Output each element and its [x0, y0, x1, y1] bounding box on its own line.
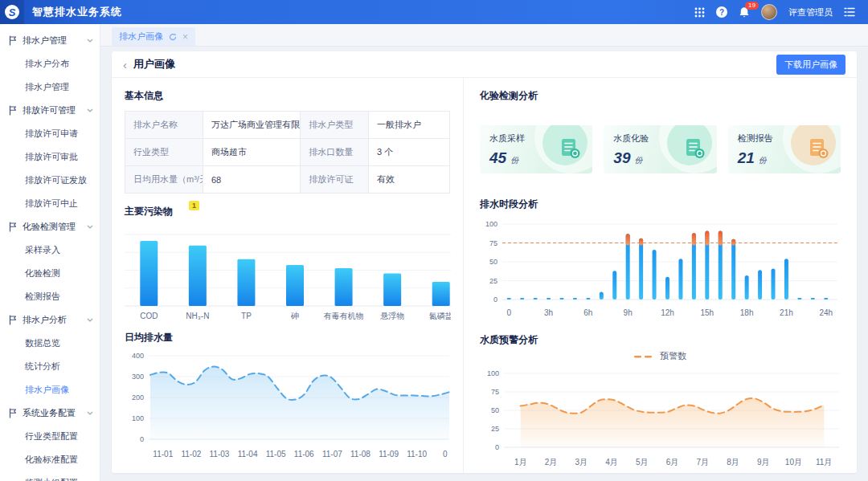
sidebar-group[interactable]: 系统业务配置 [0, 402, 100, 425]
section-title-warning: 水质预警分析 [480, 333, 841, 347]
svg-text:50: 50 [491, 406, 499, 414]
sidebar-group[interactable]: 排放许可管理 [0, 99, 100, 122]
svg-text:100: 100 [487, 369, 499, 377]
svg-text:300: 300 [132, 373, 144, 381]
lab-card[interactable]: 水质化验39份 [604, 125, 716, 173]
sidebar: 排水户管理排水户分布排水户管理排放许可管理排放许可申请排放许可审批排放许可证发放… [0, 24, 100, 481]
sidebar-item[interactable]: 采样录入 [0, 238, 100, 262]
sidebar-group[interactable]: 排水户管理 [0, 29, 100, 52]
menu-list-icon[interactable] [844, 7, 855, 17]
download-portrait-button[interactable]: 下载用户画像 [776, 55, 845, 75]
svg-text:100: 100 [132, 414, 144, 422]
svg-text:11-03: 11-03 [210, 450, 230, 459]
sidebar-item[interactable]: 排放许可证发放 [0, 169, 100, 192]
info-label: 排水户类型 [301, 112, 369, 139]
pollutants-count-badge: 1 [189, 201, 199, 210]
svg-text:0: 0 [495, 443, 499, 451]
info-label: 排放许可证 [301, 166, 369, 194]
info-value: 万达广场商业管理有限公司 [203, 112, 300, 139]
svg-text:25: 25 [491, 425, 499, 433]
right-column: 化验检测分析 水质采样45份水质化验39份检测报告21份 排水时段分析 0255… [464, 78, 857, 473]
sidebar-item[interactable]: 检测报告 [0, 285, 100, 308]
sidebar-item[interactable]: 排放许可中止 [0, 192, 100, 215]
sidebar-group[interactable]: 排水户分析 [0, 308, 100, 332]
sidebar-group-label: 排水户管理 [23, 35, 82, 47]
top-header: S 智慧排水业务系统 ? 19 评查管理员 [0, 0, 868, 24]
sidebar-item[interactable]: 排水户分布 [0, 52, 100, 75]
info-value: 有效 [368, 166, 449, 194]
report-stack-icon [558, 137, 582, 161]
svg-text:有毒有机物: 有毒有机物 [324, 312, 364, 320]
sidebar-item[interactable]: 排水户管理 [0, 75, 100, 99]
info-value: 3 个 [368, 139, 449, 166]
tab-label: 排水户画像 [119, 31, 163, 43]
svg-text:0: 0 [506, 308, 511, 317]
sidebar-item[interactable]: 监测小组配置 [0, 471, 100, 481]
logo-icon: S [5, 5, 19, 19]
time-analysis-bar-chart: 025507510003h6h9h12h15h18h21h24h [480, 216, 841, 320]
svg-text:0: 0 [140, 435, 144, 443]
info-label: 排水口数量 [301, 139, 369, 166]
sidebar-item[interactable]: 排放许可审批 [0, 145, 100, 169]
lab-card[interactable]: 水质采样45份 [480, 125, 592, 173]
table-row: 行业类型商场超市排水口数量3 个 [125, 139, 450, 166]
svg-text:3h: 3h [544, 308, 553, 317]
svg-text:11-05: 11-05 [266, 450, 286, 459]
tab-drainage-portrait[interactable]: 排水户画像 × [112, 27, 195, 46]
sidebar-item[interactable]: 数据总览 [0, 332, 100, 355]
svg-text:18h: 18h [740, 308, 754, 317]
svg-text:COD: COD [140, 312, 158, 320]
sidebar-group-label: 排放许可管理 [23, 104, 82, 116]
svg-text:9h: 9h [624, 308, 633, 317]
svg-text:11-01: 11-01 [153, 450, 173, 459]
warning-line-chart: 02550751001月2月3月4月5月6月7月8月9月10月11月 [480, 367, 841, 470]
sidebar-item[interactable]: 行业类型配置 [0, 425, 100, 448]
sidebar-item[interactable]: 化验检测 [0, 262, 100, 285]
left-column: 基本信息 排水户名称万达广场商业管理有限公司排水户类型一般排水户行业类型商场超市… [112, 78, 464, 473]
svg-text:24h: 24h [819, 308, 833, 317]
section-title-basic-info: 基本信息 [125, 89, 450, 103]
svg-text:75: 75 [491, 388, 499, 396]
app-logo: S [0, 0, 24, 24]
sidebar-item[interactable]: 排放许可申请 [0, 122, 100, 145]
back-icon[interactable]: ‹ [123, 59, 127, 71]
svg-text:6h: 6h [583, 308, 592, 317]
svg-text:11-04: 11-04 [238, 450, 258, 459]
tab-bar: 排水户画像 × [100, 24, 868, 47]
basic-info-table: 排水户名称万达广场商业管理有限公司排水户类型一般排水户行业类型商场超市排水口数量… [125, 111, 450, 194]
svg-text:4月: 4月 [605, 458, 618, 467]
sidebar-item[interactable]: 排水户画像 [0, 378, 100, 402]
apps-grid-icon[interactable] [694, 7, 705, 18]
svg-text:12h: 12h [661, 308, 674, 317]
svg-text:11月: 11月 [816, 458, 832, 467]
help-icon[interactable]: ? [716, 6, 727, 18]
svg-text:10月: 10月 [785, 458, 802, 467]
sidebar-group[interactable]: 化验检测管理 [0, 215, 100, 238]
svg-text:11-06: 11-06 [294, 450, 314, 459]
sidebar-item[interactable]: 化验标准配置 [0, 448, 100, 471]
svg-text:氮磷盐: 氮磷盐 [429, 312, 451, 320]
info-value: 一般排水户 [368, 112, 449, 139]
avatar[interactable] [761, 4, 777, 20]
svg-text:400: 400 [132, 352, 144, 360]
bell-icon[interactable]: 19 [739, 6, 750, 18]
svg-text:5月: 5月 [636, 458, 649, 467]
report-stack-icon [806, 137, 830, 161]
app-title: 智慧排水业务系统 [32, 5, 122, 19]
svg-text:6月: 6月 [666, 458, 679, 467]
refresh-icon[interactable] [169, 33, 177, 41]
close-icon[interactable]: × [182, 31, 188, 43]
section-title-time-analysis: 排水时段分析 [480, 198, 841, 211]
main-area: 排水户画像 × ‹ 用户画像 下载用户画像 基本信息 排水户名称万达广场商业管理… [100, 24, 868, 481]
legend-label: 预警数 [660, 350, 686, 362]
svg-text:悬浮物: 悬浮物 [379, 312, 404, 320]
report-stack-icon [682, 137, 706, 161]
page-header: ‹ 用户画像 下载用户画像 [112, 51, 857, 78]
sidebar-group-label: 排水户分析 [23, 314, 82, 326]
section-title-daily-drainage: 日均排水量 [125, 331, 450, 344]
sidebar-item[interactable]: 统计分析 [0, 355, 100, 378]
info-label: 日均用水量（m³/天） [125, 166, 203, 194]
svg-text:15h: 15h [700, 308, 714, 317]
svg-text:21h: 21h [780, 308, 793, 317]
lab-card[interactable]: 检测报告21份 [728, 125, 841, 173]
